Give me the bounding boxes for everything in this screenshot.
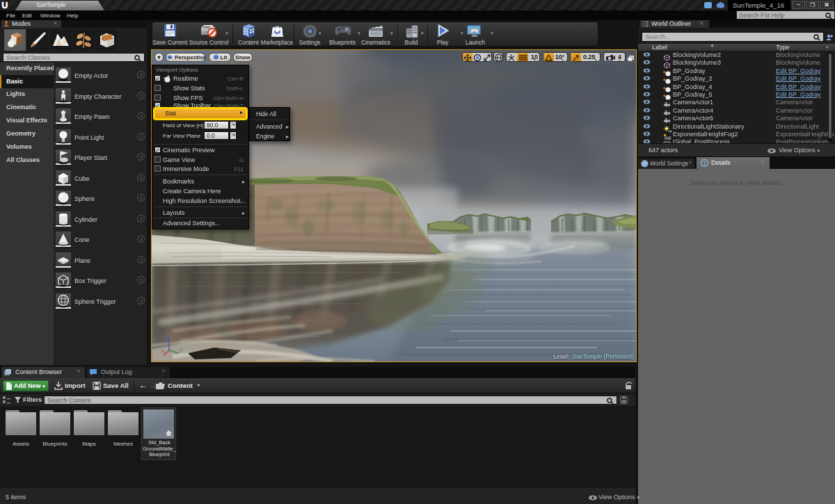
svg-text:Z: Z [167,334,170,339]
svg-text:-Y: -Y [178,348,183,352]
svg-text:x: x [161,348,164,353]
